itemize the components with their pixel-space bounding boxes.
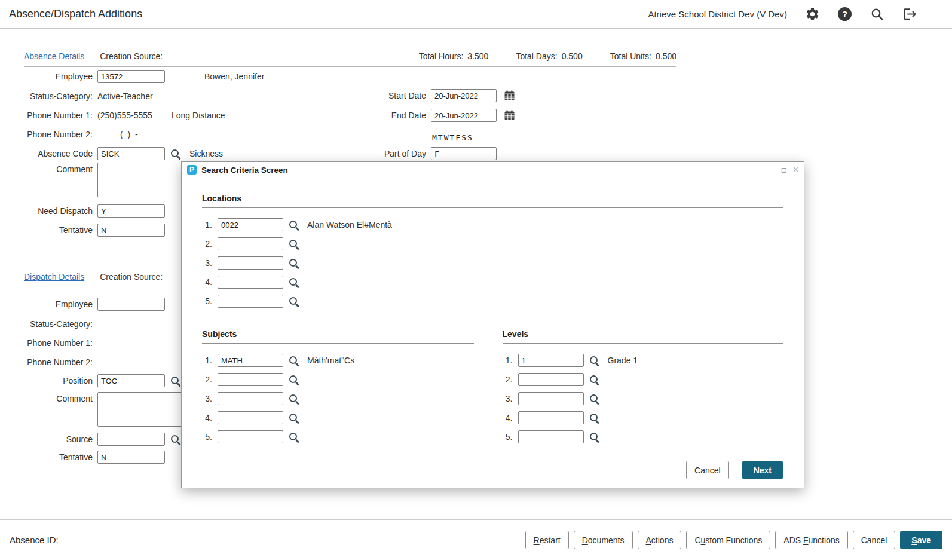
row-number: 3. bbox=[202, 258, 212, 268]
subject-2-input[interactable] bbox=[218, 373, 283, 386]
dispatch-creation-source-label: Creation Source: bbox=[100, 272, 163, 281]
absence-tentative-row: Tentative bbox=[24, 223, 165, 237]
subject-3-lookup-icon[interactable] bbox=[288, 393, 299, 405]
subject-1-input[interactable] bbox=[218, 354, 283, 367]
subject-3-input[interactable] bbox=[218, 392, 283, 405]
location-4-input[interactable] bbox=[218, 276, 283, 289]
location-3-lookup-icon[interactable] bbox=[288, 258, 299, 269]
absence-id-label: Absence ID: bbox=[10, 535, 59, 545]
subject-1-lookup-icon[interactable] bbox=[288, 355, 299, 366]
employee-name: Bowen, Jennifer bbox=[204, 72, 264, 81]
absence-employee-input[interactable] bbox=[97, 70, 165, 83]
dispatch-tentative-input[interactable] bbox=[97, 451, 165, 464]
total-units-label: Total Units: bbox=[610, 51, 651, 61]
custom-functions-button[interactable]: Custom Functions bbox=[686, 531, 770, 549]
absence-code-row: Absence Code Sickness bbox=[24, 146, 223, 161]
position-input[interactable] bbox=[97, 374, 165, 387]
absence-tentative-label: Tentative bbox=[24, 225, 93, 235]
location-2-lookup-icon[interactable] bbox=[288, 238, 299, 250]
status-category-label: Status-Category: bbox=[24, 91, 93, 101]
level-2-lookup-icon[interactable] bbox=[589, 374, 600, 385]
dispatch-phone1-row: Phone Number 1: bbox=[24, 336, 97, 350]
row-number: 2. bbox=[503, 375, 513, 384]
subject-5-input[interactable] bbox=[218, 430, 283, 443]
help-icon[interactable]: ? bbox=[838, 7, 852, 21]
location-5-input[interactable] bbox=[218, 295, 283, 308]
end-date-input[interactable] bbox=[431, 109, 497, 122]
absence-code-lookup-icon[interactable] bbox=[170, 148, 181, 160]
location-row: 5. bbox=[202, 295, 783, 308]
total-days-value: 0.500 bbox=[562, 51, 583, 61]
absence-details-link[interactable]: Absence Details bbox=[24, 51, 84, 61]
environment-label: Atrieve School District Dev (V Dev) bbox=[648, 9, 787, 19]
level-row: 4. bbox=[503, 411, 783, 424]
restart-button[interactable]: Restart bbox=[525, 531, 569, 549]
start-date-calendar-icon[interactable] bbox=[504, 90, 515, 101]
documents-button[interactable]: Documents bbox=[574, 531, 633, 549]
level-1-lookup-icon[interactable] bbox=[589, 355, 600, 366]
level-1-description: Grade 1 bbox=[608, 356, 638, 365]
subject-2-lookup-icon[interactable] bbox=[288, 374, 299, 385]
close-window-icon[interactable]: × bbox=[793, 165, 798, 175]
absence-code-description: Sickness bbox=[189, 149, 223, 158]
end-date-calendar-icon[interactable] bbox=[504, 110, 515, 121]
source-input[interactable] bbox=[97, 433, 165, 446]
modal-title-bar[interactable]: P Search Criteria Screen ◻ × bbox=[182, 162, 804, 178]
start-date-input[interactable] bbox=[431, 89, 497, 102]
location-row: 2. bbox=[202, 237, 783, 250]
location-5-lookup-icon[interactable] bbox=[288, 296, 299, 307]
locations-section: Locations 1. Alan Watson El#Mentà 2. 3. bbox=[202, 194, 783, 314]
modal-cancel-button[interactable]: Cancel bbox=[686, 461, 729, 479]
help-glyph: ? bbox=[842, 9, 847, 19]
absence-phone1-row: Phone Number 1: (250)555-5555 Long Dista… bbox=[24, 108, 225, 123]
sign-out-icon[interactable] bbox=[902, 7, 917, 22]
total-units-value: 0.500 bbox=[656, 51, 676, 61]
absence-employee-row: Employee Bowen, Jennifer bbox=[24, 69, 264, 84]
ads-functions-button[interactable]: ADS Functions bbox=[775, 531, 847, 549]
part-of-day-input[interactable] bbox=[431, 147, 497, 160]
row-number: 4. bbox=[503, 413, 513, 423]
location-1-input[interactable] bbox=[218, 218, 283, 231]
level-5-input[interactable] bbox=[518, 430, 584, 443]
location-row: 4. bbox=[202, 276, 783, 289]
actions-button[interactable]: Actions bbox=[638, 531, 682, 549]
restore-window-icon[interactable]: ◻ bbox=[781, 166, 787, 173]
subject-1-description: Máth'mat"Cs bbox=[307, 356, 354, 365]
level-5-lookup-icon[interactable] bbox=[589, 432, 600, 443]
location-1-lookup-icon[interactable] bbox=[288, 219, 299, 231]
level-4-lookup-icon[interactable] bbox=[589, 412, 600, 424]
start-date-label: Start Date bbox=[336, 91, 426, 100]
level-3-input[interactable] bbox=[518, 392, 584, 405]
location-3-input[interactable] bbox=[218, 256, 283, 270]
total-hours-label: Total Hours: bbox=[419, 51, 464, 61]
window-controls: ◻ × bbox=[781, 165, 798, 175]
level-3-lookup-icon[interactable] bbox=[589, 393, 600, 405]
need-dispatch-input[interactable] bbox=[97, 204, 165, 218]
end-date-label: End Date bbox=[336, 111, 426, 120]
totals: Total Hours:3.500 Total Days:0.500 Total… bbox=[419, 51, 676, 61]
modal-next-button[interactable]: Next bbox=[742, 461, 783, 479]
dispatch-employee-input[interactable] bbox=[97, 298, 165, 311]
save-button[interactable]: Save bbox=[900, 531, 942, 549]
subjects-levels-columns: Subjects 1. Máth'mat"Cs 2. 3. bbox=[202, 329, 783, 449]
level-row: 3. bbox=[503, 392, 783, 405]
cancel-button[interactable]: Cancel bbox=[853, 531, 896, 549]
location-1-description: Alan Watson El#Mentà bbox=[307, 220, 392, 229]
absence-code-input[interactable] bbox=[97, 147, 165, 160]
powerschool-logo-icon: P bbox=[187, 165, 197, 175]
settings-gear-icon[interactable] bbox=[805, 7, 820, 22]
level-4-input[interactable] bbox=[518, 411, 584, 424]
subject-4-lookup-icon[interactable] bbox=[288, 412, 299, 424]
location-4-lookup-icon[interactable] bbox=[288, 277, 299, 288]
source-lookup-icon[interactable] bbox=[170, 434, 181, 445]
location-2-input[interactable] bbox=[218, 237, 283, 250]
search-icon[interactable] bbox=[870, 7, 884, 22]
absence-tentative-input[interactable] bbox=[97, 224, 165, 237]
subject-4-input[interactable] bbox=[218, 411, 283, 424]
position-lookup-icon[interactable] bbox=[170, 375, 181, 387]
level-1-input[interactable] bbox=[518, 354, 584, 367]
subject-row: 3. bbox=[202, 392, 474, 405]
level-2-input[interactable] bbox=[518, 373, 584, 386]
dispatch-details-link[interactable]: Dispatch Details bbox=[24, 272, 84, 281]
subject-5-lookup-icon[interactable] bbox=[288, 432, 299, 443]
